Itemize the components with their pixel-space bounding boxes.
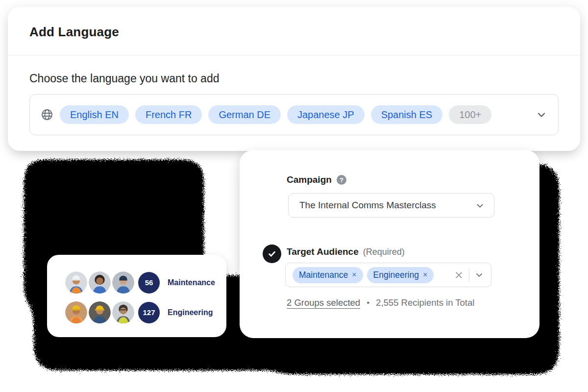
campaign-select-value: The Internal Comms Masterclass bbox=[299, 200, 436, 211]
chevron-down-icon[interactable] bbox=[474, 270, 484, 280]
remove-tag-icon[interactable]: × bbox=[423, 270, 427, 279]
marketing-composite: Add Language Choose the language you wan… bbox=[0, 0, 588, 392]
language-overflow-pill[interactable]: 100+ bbox=[449, 105, 491, 124]
divider bbox=[469, 269, 469, 281]
avatar-worker-yellow-hardhat-man bbox=[65, 301, 87, 323]
audience-tag-maintenance[interactable]: Maintenance × bbox=[293, 267, 363, 283]
group-row-maintenance: 56 Maintenance bbox=[65, 271, 215, 294]
avatar-worker-hivis-woman bbox=[112, 301, 134, 323]
group-label: Engineering bbox=[168, 308, 213, 317]
language-pill-german[interactable]: German DE bbox=[208, 105, 281, 124]
globe-icon bbox=[41, 108, 53, 121]
target-audience-label: Target Audience bbox=[287, 246, 359, 257]
avatar-worker-yellow-hardhat-woman bbox=[89, 301, 111, 323]
group-row-engineering: 127 Engineering bbox=[65, 301, 213, 323]
language-pill-spanish[interactable]: Spanish ES bbox=[371, 105, 443, 124]
campaign-select[interactable]: The Internal Comms Masterclass bbox=[288, 193, 494, 218]
required-label: (Required) bbox=[363, 247, 405, 257]
avatar-worker-white-hardhat bbox=[65, 271, 87, 294]
campaign-label: Campaign bbox=[287, 174, 332, 185]
help-icon[interactable]: ? bbox=[337, 175, 346, 185]
check-circle-icon bbox=[263, 245, 281, 263]
add-language-title: Add Language bbox=[29, 24, 119, 40]
avatar-worker-cap bbox=[112, 271, 134, 294]
chevron-down-icon[interactable] bbox=[536, 109, 547, 121]
groups-selected-link[interactable]: 2 Groups selected bbox=[287, 297, 360, 308]
audience-tag-label: Maintenance bbox=[299, 270, 348, 280]
group-count-badge: 127 bbox=[138, 302, 160, 323]
campaign-card: Campaign ? The Internal Comms Masterclas… bbox=[240, 150, 539, 338]
group-label: Maintenance bbox=[168, 278, 215, 287]
language-pill-english[interactable]: English EN bbox=[60, 105, 129, 124]
header-divider bbox=[8, 55, 580, 55]
language-pill-french[interactable]: French FR bbox=[135, 105, 202, 124]
separator-dot: • bbox=[367, 298, 369, 308]
target-audience-select[interactable]: Maintenance × Engineering × bbox=[285, 263, 491, 287]
clear-all-icon[interactable] bbox=[454, 270, 464, 280]
chevron-down-icon[interactable] bbox=[475, 200, 485, 211]
language-select[interactable]: English EN French FR German DE Japanese … bbox=[29, 94, 559, 135]
add-language-card: Add Language Choose the language you wan… bbox=[8, 7, 580, 151]
audience-groups-card: 56 Maintenance bbox=[47, 255, 226, 337]
avatar-worker-curly-hair bbox=[89, 271, 111, 294]
language-pill-japanese[interactable]: Japanese JP bbox=[287, 105, 365, 124]
remove-tag-icon[interactable]: × bbox=[352, 270, 356, 279]
audience-tag-label: Engineering bbox=[373, 270, 419, 280]
choose-language-subtitle: Choose the language you want to add bbox=[29, 72, 219, 85]
recipients-total-text: 2,555 Recipients in Total bbox=[376, 297, 474, 308]
audience-tag-engineering[interactable]: Engineering × bbox=[367, 267, 434, 283]
group-count-badge: 56 bbox=[138, 272, 160, 294]
